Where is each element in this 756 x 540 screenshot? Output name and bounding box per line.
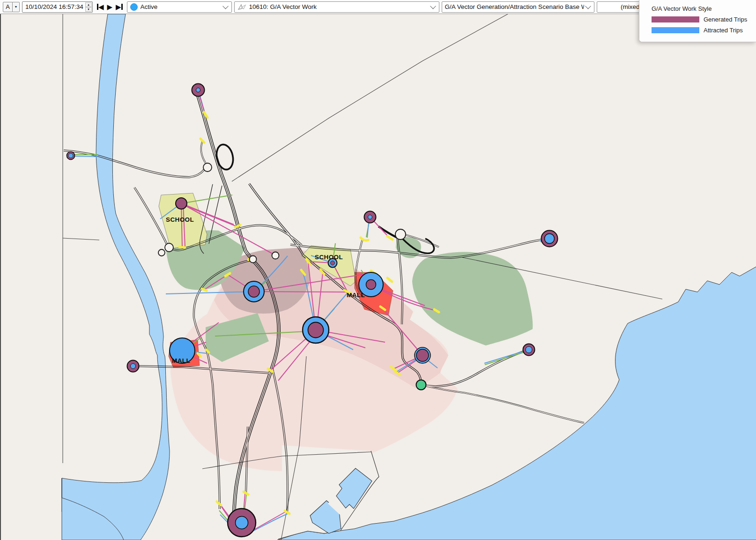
datetime-field[interactable]: 10/10/2024 16:57:34 ▲ ▼ [22, 1, 93, 13]
mode-a-button[interactable]: A [3, 2, 13, 12]
mode-control: A ▼ [3, 2, 20, 12]
map-style-legend: G/A Vector Work Style Generated Trips At… [639, 0, 756, 42]
school-west-label: SCHOOL [166, 216, 194, 223]
mall-east-label: MALL [347, 292, 365, 299]
centroid-north[interactable] [192, 84, 205, 97]
roundabout-node [203, 163, 212, 172]
legend-title: G/A Vector Work Style [652, 5, 756, 12]
legend-item-attracted: Attracted Trips [652, 27, 756, 34]
chevron-down-icon [222, 3, 229, 9]
chevron-down-icon [430, 3, 436, 9]
centroid-northeast[interactable] [364, 211, 376, 223]
centroid-southwest[interactable] [127, 360, 139, 372]
spinner-up-icon[interactable]: ▲ [85, 2, 92, 7]
centroid-far-east[interactable] [523, 344, 535, 356]
centroid-east-central[interactable] [415, 347, 430, 363]
chevron-down-icon [585, 3, 591, 9]
centroid-school-west[interactable] [176, 198, 187, 209]
spinner-down-icon[interactable]: ▼ [85, 7, 92, 12]
legend-item-label: Generated Trips [704, 16, 747, 23]
node-green[interactable] [416, 380, 426, 390]
junction-node [250, 256, 257, 263]
style-selector-label: G/A Vector Generation/Attraction Scenari… [445, 3, 584, 10]
centroid-south[interactable] [228, 509, 256, 537]
junction-node [158, 249, 165, 256]
network-state-label: Active [141, 3, 158, 10]
mode-dropdown-button[interactable]: ▼ [13, 2, 20, 12]
playback-controls: ◀ ▶ ▶ [95, 2, 125, 12]
skip-end-button[interactable]: ▶ [115, 2, 124, 12]
junction-node [272, 252, 279, 259]
datetime-spinner[interactable]: ▲ ▼ [85, 2, 92, 12]
active-state-icon [130, 3, 138, 11]
network-state-combobox[interactable]: Active [127, 1, 232, 13]
style-selector-combobox[interactable]: G/A Vector Generation/Attraction Scenari… [442, 1, 594, 13]
roundabout-node [395, 229, 406, 240]
generated-trips-swatch [652, 16, 699, 22]
vector-layer-icon [237, 3, 247, 11]
legend-item-label: Attracted Trips [704, 27, 743, 34]
attracted-trips-swatch [652, 27, 699, 33]
centroid-midwest[interactable] [244, 281, 264, 302]
view-selector-combobox[interactable]: 10610: G/A Vector Work [234, 1, 439, 13]
view-selector-label: 10610: G/A Vector Work [249, 3, 317, 10]
school-east-label: SCHOOL [315, 254, 343, 261]
network-map-canvas[interactable]: SCHOOL SCHOOL MALL MALL [0, 14, 756, 540]
junction-node [165, 243, 173, 252]
datetime-value: 10/10/2024 16:57:34 [22, 3, 85, 10]
centroid-west-edge[interactable] [67, 152, 75, 160]
centroid-east[interactable] [541, 231, 558, 247]
skip-start-button[interactable]: ◀ [96, 2, 105, 12]
legend-item-generated: Generated Trips [652, 16, 756, 23]
mall-west-label: MALL [172, 357, 190, 364]
play-button[interactable]: ▶ [106, 2, 113, 12]
centroid-central[interactable] [303, 317, 329, 343]
